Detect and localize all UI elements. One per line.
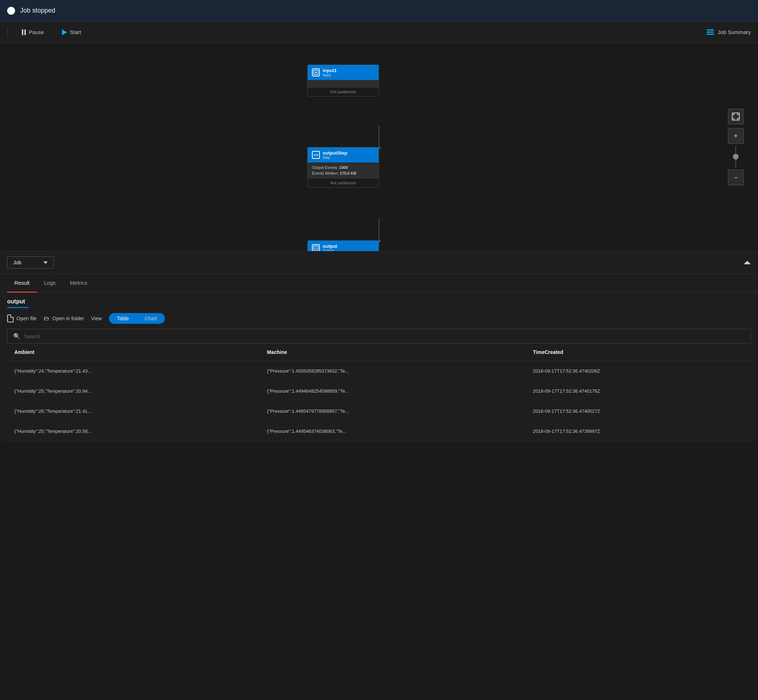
start-button[interactable]: Start <box>58 27 85 37</box>
node-outputstep-icon: <> <box>312 151 320 159</box>
node-output[interactable]: output Output Output Events: 1000 Not pa… <box>307 240 379 251</box>
cell-time_created: 2018-09-17T17:52:36.4740027Z <box>526 401 751 421</box>
node-input1[interactable]: input1 Input Not partitioned <box>307 64 379 97</box>
toolbar-left: Pause Start <box>7 27 84 38</box>
tab-logs[interactable]: Logs <box>37 274 63 293</box>
node-input1-title: input1 <box>323 68 337 73</box>
node-input1-header: input1 Input <box>308 65 379 80</box>
chevron-down-icon <box>44 261 48 264</box>
cell-machine: {"Pressure":1.4494648254598959,"Te... <box>259 381 526 401</box>
job-status-title: Job stopped <box>20 7 55 14</box>
cell-machine: {"Pressure":1.4505058295373832,"Te... <box>259 361 526 381</box>
tab-result[interactable]: Result <box>7 274 37 293</box>
cell-ambient: {"Humidity":26,"Temperature":21.41... <box>7 401 259 421</box>
node-input1-icon <box>312 69 320 77</box>
pause-icon <box>22 30 26 35</box>
zoom-in-button[interactable]: + <box>728 128 744 144</box>
node-outputstep-events: Output Events: 1000 <box>312 165 374 170</box>
table-row: {"Humidity":25,"Temperature":20.94...{"P… <box>7 381 751 401</box>
file-icon <box>7 314 14 322</box>
node-outputstep-header: <> outputStep Step <box>308 147 379 162</box>
chevron-up-icon <box>744 261 751 264</box>
arrow-2 <box>379 219 379 240</box>
open-file-button[interactable]: Open file <box>7 314 37 322</box>
search-bar: 🔍 <box>7 329 751 344</box>
node-outputstep-body: Output Events: 1000 Events Written: 175.… <box>308 162 379 178</box>
play-icon <box>62 30 67 35</box>
table-body: {"Humidity":24,"Temperature":21.43...{"P… <box>7 361 751 441</box>
zoom-slider-thumb[interactable] <box>733 154 739 159</box>
node-outputstep-type: Step <box>323 156 347 159</box>
job-summary-icon <box>707 30 714 35</box>
node-outputstep-written: Events Written: 175.6 KB <box>312 171 374 175</box>
output-toolbar: Open file 🗁 Open in folder View Table Ch… <box>7 313 751 324</box>
view-toggle-group: Table Chart <box>109 313 165 324</box>
node-input1-body <box>308 80 379 87</box>
node-output-icon <box>312 244 320 251</box>
cell-ambient: {"Humidity":25,"Temperature":20.58... <box>7 421 259 441</box>
job-summary-button[interactable]: Job Summary <box>707 29 751 35</box>
job-dropdown[interactable]: Job <box>7 256 54 269</box>
column-time-created: TimeCreated <box>526 344 751 361</box>
cell-time_created: 2018-09-17T17:52:36.4740176Z <box>526 381 751 401</box>
output-label: output <box>7 298 751 305</box>
table-header-row: Ambient Machine TimeCreated <box>7 344 751 361</box>
svg-rect-5 <box>732 113 739 120</box>
node-outputstep-footer: Not partitioned <box>308 178 379 187</box>
collapse-button[interactable] <box>744 261 751 264</box>
folder-icon: 🗁 <box>44 315 50 322</box>
toggle-table[interactable]: Table <box>109 313 137 324</box>
node-outputstep[interactable]: <> outputStep Step Output Events: 1000 E… <box>307 147 379 188</box>
toggle-chart[interactable]: Chart <box>137 313 165 324</box>
open-folder-button[interactable]: 🗁 Open in folder <box>44 315 84 322</box>
top-bar: Job stopped <box>0 0 758 22</box>
job-status-icon <box>7 7 15 15</box>
node-input1-card[interactable]: input1 Input Not partitioned <box>307 64 379 97</box>
table-row: {"Humidity":26,"Temperature":21.41...{"P… <box>7 401 751 421</box>
zoom-slider-track <box>735 146 736 167</box>
output-section: output Open file 🗁 Open in folder View T… <box>0 293 758 441</box>
node-output-title: output <box>323 244 337 249</box>
cell-time_created: 2018-09-17T17:52:36.4739997Z <box>526 421 751 441</box>
pause-button[interactable]: Pause <box>18 27 48 37</box>
node-output-type: Output <box>323 249 337 251</box>
cell-ambient: {"Humidity":24,"Temperature":21.43... <box>7 361 259 381</box>
column-ambient: Ambient <box>7 344 259 361</box>
column-machine: Machine <box>259 344 526 361</box>
table-row: {"Humidity":25,"Temperature":20.58...{"P… <box>7 421 751 441</box>
bottom-panel: Job Result Logs Metrics output Open file <box>0 251 758 441</box>
table-header: Ambient Machine TimeCreated <box>7 344 751 361</box>
data-table: Ambient Machine TimeCreated {"Humidity":… <box>7 344 751 441</box>
cell-machine: {"Pressure":1.4495479778958957,"Te... <box>259 401 526 421</box>
cell-time_created: 2018-09-17T17:52:36.4740206Z <box>526 361 751 381</box>
cell-ambient: {"Humidity":25,"Temperature":20.94... <box>7 381 259 401</box>
node-outputstep-title: outputStep <box>323 150 347 156</box>
tabs: Result Logs Metrics <box>0 274 758 293</box>
tab-metrics[interactable]: Metrics <box>63 274 94 293</box>
search-icon: 🔍 <box>13 333 20 340</box>
node-input1-footer: Not partitioned <box>308 87 379 96</box>
toolbar-divider <box>7 27 8 38</box>
diagram-area: input1 Input Not partitioned <> outputSt… <box>0 43 758 251</box>
panel-top: Job <box>0 252 758 274</box>
cell-machine: {"Pressure":1.449546374038063,"Te... <box>259 421 526 441</box>
output-underline <box>7 307 29 308</box>
node-output-card[interactable]: output Output Output Events: 1000 Not pa… <box>307 240 379 251</box>
node-outputstep-card[interactable]: <> outputStep Step Output Events: 1000 E… <box>307 147 379 188</box>
node-input1-type: Input <box>323 73 337 77</box>
toolbar: Pause Start Job Summary <box>0 22 758 43</box>
zoom-out-button[interactable]: − <box>728 170 744 185</box>
fit-button[interactable] <box>728 109 744 125</box>
search-input[interactable] <box>24 333 745 339</box>
zoom-controls: + − <box>728 109 744 185</box>
table-row: {"Humidity":24,"Temperature":21.43...{"P… <box>7 361 751 381</box>
arrow-1 <box>379 125 379 147</box>
node-output-header: output Output <box>308 241 379 251</box>
view-label: View <box>91 316 102 321</box>
